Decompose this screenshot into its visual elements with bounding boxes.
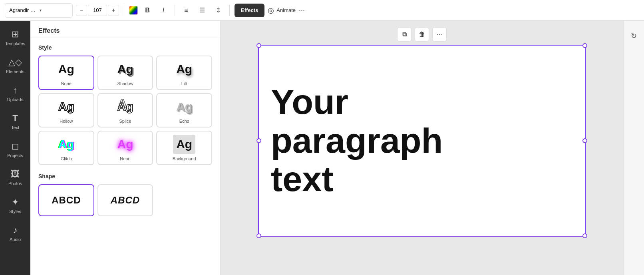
sidebar: ⊞ Templates △◇ Elements ↑ Uploads T Text… xyxy=(0,21,30,275)
refresh-button[interactable]: ↻ xyxy=(627,29,641,43)
top-toolbar: Agrandir Wide Bl... ▾ − + B I ≡ ☰ ⇕ Effe… xyxy=(0,0,644,21)
shape-normal[interactable]: ABCD xyxy=(38,184,94,216)
audio-label: Audio xyxy=(10,237,21,242)
style-hollow-label: Hollow xyxy=(60,119,73,124)
style-grid: Ag None Ag Shadow Ag Lift Ag Hollow xyxy=(38,56,212,165)
style-echo[interactable]: Ag Echo xyxy=(156,93,212,128)
style-hollow[interactable]: Ag Hollow xyxy=(38,93,94,128)
refresh-icon: ↻ xyxy=(631,32,637,40)
handle-top-right[interactable] xyxy=(582,43,587,48)
style-none[interactable]: Ag None xyxy=(38,56,94,90)
style-shadow[interactable]: Ag Shadow xyxy=(97,56,153,90)
sidebar-item-styles[interactable]: ✦ Styles xyxy=(2,192,29,219)
font-selector[interactable]: Agrandir Wide Bl... ▾ xyxy=(5,3,73,18)
handle-bottom-right[interactable] xyxy=(582,233,587,238)
effects-panel-title: Effects xyxy=(30,21,220,38)
sidebar-item-templates[interactable]: ⊞ Templates xyxy=(2,24,29,51)
align-button[interactable]: ≡ xyxy=(180,4,193,17)
elements-label: Elements xyxy=(6,69,24,74)
font-size-input[interactable] xyxy=(88,5,107,16)
canvas-copy-button[interactable]: ⧉ xyxy=(397,27,411,42)
templates-icon: ⊞ xyxy=(12,29,19,40)
more-options-button[interactable]: ··· xyxy=(299,6,305,14)
style-neon[interactable]: Ag Neon xyxy=(97,131,153,165)
list-button[interactable]: ☰ xyxy=(196,4,209,17)
style-neon-label: Neon xyxy=(120,156,130,161)
sidebar-item-projects[interactable]: ◻ Projects xyxy=(2,136,29,163)
canvas-more-button[interactable]: ··· xyxy=(432,27,447,42)
font-size-increase-button[interactable]: + xyxy=(108,5,119,16)
shape-section-title: Shape xyxy=(38,173,212,179)
text-icon: T xyxy=(12,113,18,124)
shape-italic[interactable]: ABCD xyxy=(97,184,153,216)
effects-panel-inner: Style Ag None Ag Shadow Ag Lift xyxy=(30,38,220,231)
text-line-2: paragraph xyxy=(271,122,573,160)
font-name-label: Agrandir Wide Bl... xyxy=(9,7,38,13)
style-background-label: Background xyxy=(173,156,196,161)
photos-icon: 🖼 xyxy=(11,169,20,179)
shape-normal-preview: ABCD xyxy=(52,191,81,210)
style-shadow-preview: Ag xyxy=(117,60,133,79)
handle-middle-left[interactable] xyxy=(256,138,261,143)
style-lift-preview: Ag xyxy=(176,60,192,79)
sidebar-item-elements[interactable]: △◇ Elements xyxy=(2,52,29,79)
style-splice-preview: Ag Ag xyxy=(117,97,133,116)
projects-icon: ◻ xyxy=(12,141,19,151)
effects-panel: Effects Style Ag None Ag Shadow Ag Lift xyxy=(30,21,221,275)
sidebar-item-text[interactable]: T Text xyxy=(2,108,29,135)
style-echo-preview: Ag xyxy=(176,97,192,116)
style-glitch[interactable]: Ag Glitch xyxy=(38,131,94,165)
handle-top-left[interactable] xyxy=(256,43,261,48)
style-lift-label: Lift xyxy=(181,81,187,86)
style-background[interactable]: Ag Background xyxy=(156,131,212,165)
style-none-label: None xyxy=(61,81,72,86)
style-none-preview: Ag xyxy=(58,60,74,79)
canvas-text-content[interactable]: Your paragraph text xyxy=(259,75,585,207)
right-sidebar: ↻ xyxy=(623,21,644,275)
text-label: Text xyxy=(11,125,19,130)
photos-label: Photos xyxy=(8,181,22,186)
canvas-toolbar: ⧉ 🗑 ··· xyxy=(397,27,447,42)
text-canvas[interactable]: Your paragraph text xyxy=(258,45,586,237)
color-swatch[interactable] xyxy=(129,6,138,15)
divider-2 xyxy=(175,5,175,16)
style-section-title: Style xyxy=(38,44,212,51)
handle-bottom-left[interactable] xyxy=(256,233,261,238)
font-size-decrease-button[interactable]: − xyxy=(76,5,87,16)
effects-button[interactable]: Effects xyxy=(235,4,264,17)
font-size-control: − + xyxy=(76,5,119,16)
style-splice-label: Splice xyxy=(119,119,131,124)
bold-button[interactable]: B xyxy=(141,4,154,17)
shape-grid: ABCD ABCD xyxy=(38,184,212,216)
projects-label: Projects xyxy=(7,153,23,158)
main-layout: ⊞ Templates △◇ Elements ↑ Uploads T Text… xyxy=(0,21,644,275)
divider-3 xyxy=(229,5,230,16)
text-line-3: text xyxy=(271,160,573,199)
handle-middle-right[interactable] xyxy=(582,138,587,143)
spacing-button[interactable]: ⇕ xyxy=(212,4,225,17)
uploads-label: Uploads xyxy=(7,97,23,102)
style-hollow-preview: Ag xyxy=(58,97,74,116)
style-echo-label: Echo xyxy=(179,119,189,124)
delete-icon: 🗑 xyxy=(419,31,425,38)
style-lift[interactable]: Ag Lift xyxy=(156,56,212,90)
italic-button[interactable]: I xyxy=(157,4,170,17)
sidebar-item-uploads[interactable]: ↑ Uploads xyxy=(2,80,29,107)
styles-icon: ✦ xyxy=(12,197,19,207)
font-dropdown-chevron: ▾ xyxy=(40,8,68,12)
style-neon-preview: Ag xyxy=(117,135,133,154)
uploads-icon: ↑ xyxy=(13,85,18,96)
templates-label: Templates xyxy=(5,41,25,46)
divider-1 xyxy=(124,5,124,16)
style-glitch-preview: Ag xyxy=(58,135,74,154)
animate-button[interactable]: ◎ Animate xyxy=(268,6,296,15)
animate-label: Animate xyxy=(276,7,296,13)
sidebar-item-photos[interactable]: 🖼 Photos xyxy=(2,164,29,191)
style-shadow-label: Shadow xyxy=(117,81,133,86)
copy-icon: ⧉ xyxy=(402,31,407,38)
canvas-delete-button[interactable]: 🗑 xyxy=(415,27,429,42)
canvas-more-icon: ··· xyxy=(437,31,442,38)
sidebar-item-audio[interactable]: ♪ Audio xyxy=(2,220,29,247)
elements-icon: △◇ xyxy=(8,57,22,68)
style-splice[interactable]: Ag Ag Splice xyxy=(97,93,153,128)
